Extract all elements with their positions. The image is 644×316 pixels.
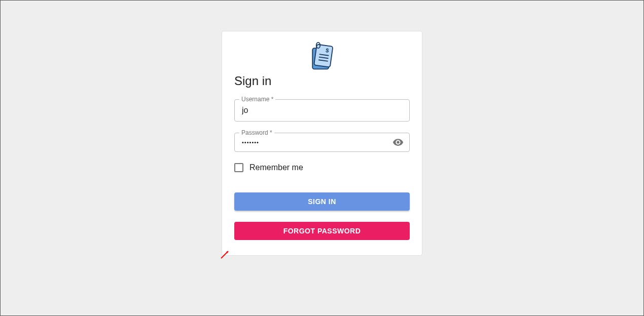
page-title: Sign in [234,74,410,88]
username-label: Username * [239,96,275,103]
logo-container: $ [234,42,410,72]
remember-me-checkbox[interactable] [234,163,243,172]
remember-me-label: Remember me [249,163,303,172]
invoice-logo-icon: $ [307,42,337,72]
toggle-password-visibility-button[interactable] [390,135,406,150]
remember-me-row: Remember me [234,163,410,172]
forgot-password-button[interactable]: Forgot Password [234,222,410,240]
username-field-wrapper: Username * [234,99,410,122]
signin-card: $ Sign in Username * Password * Remember… [222,31,422,256]
password-field-wrapper: Password * [234,133,410,152]
signin-button[interactable]: Sign In [234,192,410,211]
password-label: Password * [239,129,274,136]
eye-icon [392,137,404,148]
